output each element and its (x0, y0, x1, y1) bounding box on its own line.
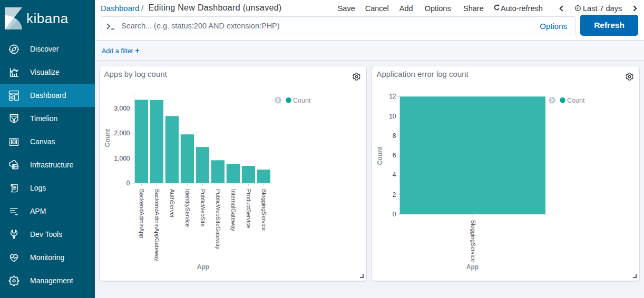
svg-text:BackendAdminAppGateway: BackendAdminAppGateway (154, 189, 160, 261)
svg-text:12: 12 (389, 93, 396, 100)
svg-text:0: 0 (393, 211, 396, 218)
svg-text:Count: Count (567, 97, 585, 104)
svg-text:Count: Count (104, 129, 111, 147)
svg-text:2,000: 2,000 (114, 130, 130, 137)
svg-text:0: 0 (126, 180, 130, 187)
svg-text:PublicWebSite: PublicWebSite (200, 189, 206, 226)
svg-text:3,000: 3,000 (114, 105, 130, 112)
svg-text:Count: Count (376, 147, 384, 165)
svg-text:BackendAdminApp: BackendAdminApp (139, 189, 145, 239)
svg-text:10: 10 (389, 113, 396, 120)
svg-text:8: 8 (393, 132, 396, 140)
svg-text:ProductService: ProductService (246, 189, 252, 229)
svg-text:1,000: 1,000 (114, 155, 130, 162)
svg-text:6: 6 (393, 152, 396, 159)
svg-text:4: 4 (393, 171, 396, 178)
svg-text:InternalGateway: InternalGateway (230, 189, 237, 232)
svg-text:BloggingService: BloggingService (470, 220, 476, 262)
svg-text:App: App (197, 263, 209, 271)
svg-text:PublicWebSiteGateway: PublicWebSiteGateway (215, 189, 221, 250)
svg-text:AuthServer: AuthServer (169, 189, 175, 218)
svg-text:Count: Count (293, 97, 311, 104)
svg-text:IdentityService: IdentityService (184, 189, 191, 227)
svg-text:BloggingService: BloggingService (261, 189, 267, 231)
svg-text:App: App (466, 263, 479, 271)
svg-text:2: 2 (393, 191, 396, 198)
